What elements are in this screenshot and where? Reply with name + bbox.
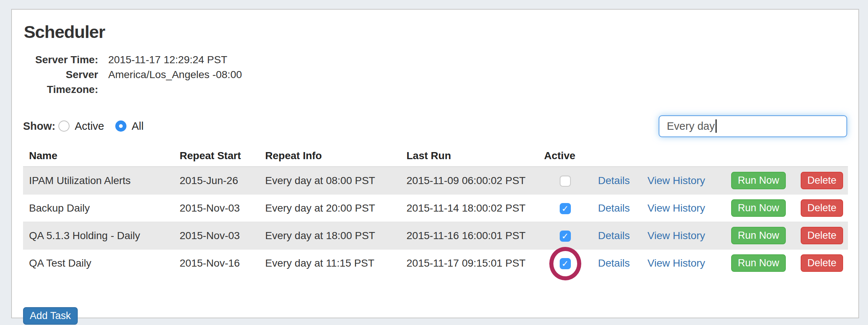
delete-button[interactable]: Delete [801,254,843,272]
search-input[interactable]: Every day [659,115,847,137]
cell-name: IPAM Utilization Alerts [23,167,174,194]
cell-delete: Delete [795,167,848,194]
details-link[interactable]: Details [598,230,630,241]
delete-button[interactable]: Delete [801,227,843,244]
cell-run-now: Run Now [725,222,795,250]
cell-active: ✓ [538,250,592,277]
col-header-view-history [642,146,725,167]
active-checkbox-wrap: ✓ [560,176,571,187]
run-now-button[interactable]: Run Now [731,172,786,189]
col-header-name: Name [23,146,174,167]
run-now-button[interactable]: Run Now [731,227,786,244]
radio-all-label[interactable]: All [132,120,144,132]
cell-delete: Delete [795,194,848,222]
cell-view-history: View History [642,250,725,277]
delete-button[interactable]: Delete [801,172,843,189]
cell-repeat-info: Every day at 20:00 PST [259,194,401,222]
col-header-last-run: Last Run [401,146,538,167]
cell-run-now: Run Now [725,194,795,222]
server-timezone-row: Server Timezone: America/Los_Angeles -08… [23,67,847,97]
cell-repeat-start: 2015-Nov-03 [174,222,259,250]
run-now-button[interactable]: Run Now [731,199,786,217]
active-checkbox[interactable]: ✓ [560,176,571,187]
checkmark-icon: ✓ [562,260,569,268]
cell-details: Details [592,222,642,250]
table-row: IPAM Utilization Alerts 2015-Jun-26 Ever… [23,167,848,194]
cell-delete: Delete [795,250,848,277]
cell-active: ✓ [538,167,592,194]
show-filter-group: Show: Active All [23,120,144,132]
cell-view-history: View History [642,167,725,194]
details-link[interactable]: Details [598,175,630,186]
server-timezone-value: America/Los_Angeles -08:00 [108,67,242,97]
col-header-details [592,146,642,167]
cell-repeat-info: Every day at 08:00 PST [259,167,401,194]
cell-repeat-info: Every day at 18:00 PST [259,222,401,250]
cell-name: QA Test Daily [23,250,174,277]
col-header-repeat-start: Repeat Start [174,146,259,167]
delete-button[interactable]: Delete [801,199,843,217]
cell-view-history: View History [642,222,725,250]
col-header-repeat-info: Repeat Info [259,146,401,167]
col-header-run-now [725,146,795,167]
search-input-value: Every day [667,120,715,132]
add-task-row: Add Task [23,307,847,325]
table-row: QA Test Daily 2015-Nov-16 Every day at 1… [23,250,848,277]
cell-name: QA 5.1.3 Holding - Daily [23,222,174,250]
radio-active-label[interactable]: Active [75,120,104,132]
run-now-button[interactable]: Run Now [731,254,786,272]
scheduler-table-body: IPAM Utilization Alerts 2015-Jun-26 Ever… [23,167,848,277]
table-row: QA 5.1.3 Holding - Daily 2015-Nov-03 Eve… [23,222,848,250]
show-filter-label: Show: [23,120,55,132]
details-link[interactable]: Details [598,202,630,214]
filter-and-search-bar: Show: Active All Every day [23,115,847,137]
page-title: Scheduler [24,22,847,42]
server-time-row: Server Time: 2015-11-17 12:29:24 PST [23,52,847,67]
cell-details: Details [592,250,642,277]
details-link[interactable]: Details [598,257,630,269]
table-header-row: Name Repeat Start Repeat Info Last Run A… [23,146,848,167]
cell-last-run: 2015-11-14 18:00:02 PST [401,194,538,222]
view-history-link[interactable]: View History [647,230,705,241]
cell-repeat-start: 2015-Nov-03 [174,194,259,222]
server-time-label: Server Time: [23,52,98,67]
view-history-link[interactable]: View History [647,202,705,214]
cell-last-run: 2015-11-09 06:00:02 PST [401,167,538,194]
cell-view-history: View History [642,194,725,222]
server-time-value: 2015-11-17 12:29:24 PST [108,52,227,67]
add-task-button[interactable]: Add Task [23,307,78,325]
scheduler-table: Name Repeat Start Repeat Info Last Run A… [23,146,848,277]
cell-active: ✓ [538,194,592,222]
active-checkbox[interactable]: ✓ [560,203,571,214]
active-checkbox-wrap: ✓ [560,203,571,214]
checkmark-icon: ✓ [562,232,569,241]
cell-run-now: Run Now [725,167,795,194]
cell-delete: Delete [795,222,848,250]
radio-active[interactable] [58,120,70,132]
active-checkbox-wrap: ✓ [560,258,571,269]
radio-all[interactable] [115,120,126,132]
cell-last-run: 2015-11-17 09:15:01 PST [401,250,538,277]
text-cursor [716,119,717,133]
checkmark-icon: ✓ [562,205,569,213]
col-header-active: Active [538,146,592,167]
cell-repeat-start: 2015-Nov-16 [174,250,259,277]
active-checkbox[interactable]: ✓ [560,258,571,269]
active-checkbox-wrap: ✓ [560,231,571,242]
col-header-delete [795,146,848,167]
view-history-link[interactable]: View History [647,175,705,186]
cell-active: ✓ [538,222,592,250]
table-row: Backup Daily 2015-Nov-03 Every day at 20… [23,194,848,222]
cell-last-run: 2015-11-16 16:00:01 PST [401,222,538,250]
server-timezone-label: Server Timezone: [23,67,98,97]
cell-repeat-info: Every day at 11:15 PST [259,250,401,277]
cell-name: Backup Daily [23,194,174,222]
cell-details: Details [592,167,642,194]
cell-run-now: Run Now [725,250,795,277]
cell-repeat-start: 2015-Jun-26 [174,167,259,194]
scheduler-panel: Scheduler Server Time: 2015-11-17 12:29:… [11,9,859,318]
cell-details: Details [592,194,642,222]
view-history-link[interactable]: View History [647,257,705,269]
active-checkbox[interactable]: ✓ [560,231,571,242]
